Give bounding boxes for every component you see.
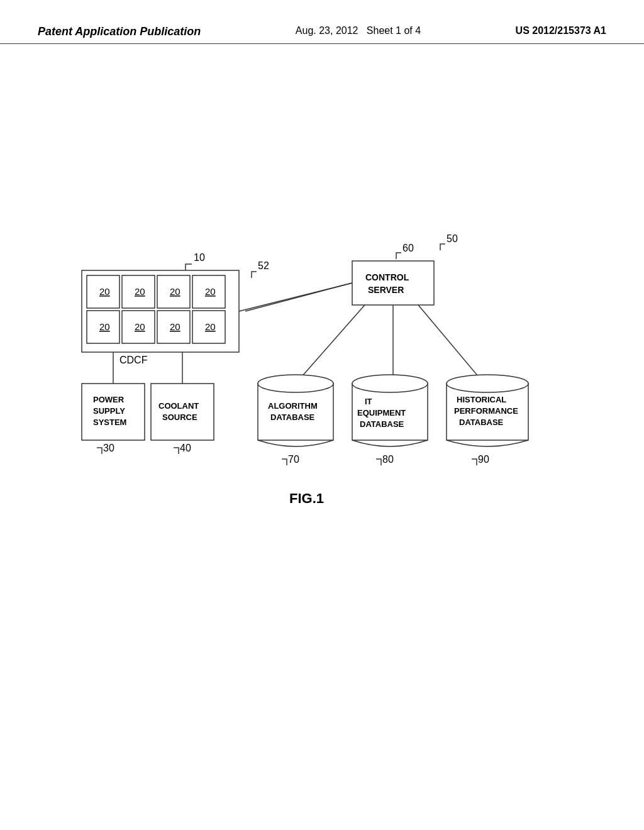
ref-10-label: 10 bbox=[194, 252, 205, 263]
ref-50-label: 50 bbox=[447, 233, 458, 244]
svg-rect-0 bbox=[82, 270, 239, 352]
svg-point-19 bbox=[447, 375, 528, 392]
it-equip-line1: IT bbox=[365, 397, 372, 406]
algo-db-line1: ALGORITHM bbox=[268, 401, 318, 411]
ref-70-label: 70 bbox=[288, 454, 299, 465]
diagram-area: 10 CDCF 20 20 20 20 20 20 20 20 52 CONTR… bbox=[0, 44, 644, 799]
control-server-line1: CONTROL bbox=[365, 272, 409, 282]
it-equip-line2: EQUIPMENT bbox=[357, 408, 406, 418]
it-equip-line3: DATABASE bbox=[360, 419, 404, 429]
ref-30-label: 30 bbox=[103, 443, 114, 453]
ref-40-label: 40 bbox=[180, 443, 191, 453]
hist-line1: HISTORICAL bbox=[457, 395, 506, 404]
hist-line2: PERFORMANCE bbox=[454, 406, 518, 416]
coolant-line2: SOURCE bbox=[162, 412, 197, 422]
svg-line-24 bbox=[239, 283, 352, 311]
cdcf-label: CDCF bbox=[119, 355, 148, 365]
unit-20-6: 20 bbox=[135, 321, 145, 332]
unit-20-1: 20 bbox=[99, 286, 110, 297]
fig-label: FIG.1 bbox=[289, 490, 324, 506]
page-header: Patent Application Publication Aug. 23, … bbox=[0, 0, 644, 44]
coolant-line1: COOLANT bbox=[158, 401, 199, 411]
unit-20-2: 20 bbox=[135, 286, 145, 297]
algo-db-line2: DATABASE bbox=[270, 412, 315, 422]
publication-date: Aug. 23, 2012 bbox=[296, 25, 358, 36]
control-server-line2: SERVER bbox=[368, 285, 404, 295]
publication-number: US 2012/215373 A1 bbox=[516, 25, 606, 36]
svg-line-11 bbox=[296, 305, 365, 384]
ref-90-label: 90 bbox=[478, 454, 489, 465]
unit-20-8: 20 bbox=[205, 321, 216, 332]
publication-date-sheet: Aug. 23, 2012 Sheet 1 of 4 bbox=[296, 25, 421, 36]
power-line2: SUPPLY bbox=[93, 406, 125, 416]
ref-80-label: 80 bbox=[382, 454, 394, 465]
ref-60-label: 60 bbox=[402, 243, 414, 253]
svg-point-17 bbox=[352, 375, 428, 392]
unit-20-5: 20 bbox=[99, 321, 110, 332]
sheet-info: Sheet 1 of 4 bbox=[367, 25, 421, 36]
unit-20-7: 20 bbox=[170, 321, 180, 332]
svg-rect-21 bbox=[151, 384, 214, 440]
ref-52-label: 52 bbox=[258, 260, 269, 271]
svg-line-13 bbox=[418, 305, 484, 384]
publication-title: Patent Application Publication bbox=[38, 25, 201, 38]
power-line1: POWER bbox=[93, 395, 125, 404]
power-line3: SYSTEM bbox=[93, 418, 126, 427]
unit-20-4: 20 bbox=[205, 286, 216, 297]
patent-diagram: 10 CDCF 20 20 20 20 20 20 20 20 52 CONTR… bbox=[0, 44, 644, 799]
svg-rect-9 bbox=[352, 261, 434, 305]
hist-line3: DATABASE bbox=[459, 418, 504, 427]
svg-point-15 bbox=[258, 375, 333, 392]
unit-20-3: 20 bbox=[170, 286, 180, 297]
